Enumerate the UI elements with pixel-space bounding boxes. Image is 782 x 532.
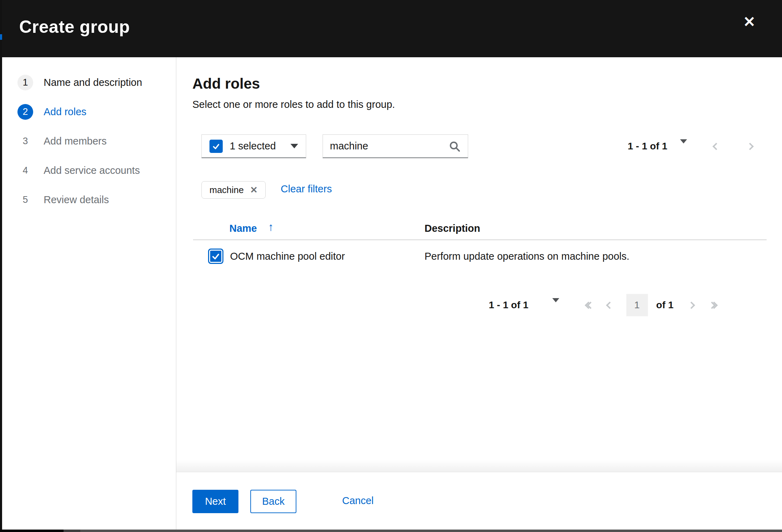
next-page-button[interactable] <box>747 144 753 149</box>
step-number-badge: 5 <box>17 192 33 208</box>
bottom-pagination: 1 - 1 of 1 of 1 <box>489 294 717 316</box>
current-page-input[interactable] <box>626 294 648 316</box>
page-count-label: of 1 <box>656 300 674 311</box>
wizard-step-add-roles[interactable]: 2 Add roles <box>2 97 176 126</box>
step-label: Add roles <box>44 106 87 118</box>
table-header-name[interactable]: Name <box>229 223 257 234</box>
role-name-cell: OCM machine pool editor <box>230 251 345 262</box>
page-subtitle: Select one or more roles to add to this … <box>192 99 395 110</box>
pagination-range-label: 1 - 1 of 1 <box>489 300 529 311</box>
check-icon <box>212 142 220 150</box>
caret-down-icon <box>290 144 298 148</box>
wizard-step-add-members[interactable]: 3 Add members <box>2 126 176 156</box>
table-header-description: Description <box>425 223 480 234</box>
caret-down-icon <box>680 139 687 149</box>
double-chevron-left-icon <box>586 303 593 308</box>
chevron-right-icon <box>746 142 753 150</box>
filter-chip: machine ✕ <box>201 181 266 199</box>
page-title: Add roles <box>192 75 260 92</box>
modal-header: Create group ✕ <box>2 0 782 57</box>
step-label: Add members <box>44 135 107 147</box>
top-pagination: 1 - 1 of 1 <box>628 134 753 158</box>
roles-search-field <box>323 134 468 158</box>
double-chevron-right-icon <box>709 303 717 308</box>
step-label: Add service accounts <box>44 165 140 176</box>
previous-page-button[interactable] <box>714 144 719 149</box>
step-number-badge: 4 <box>17 163 33 178</box>
sort-ascending-icon[interactable]: ↑ <box>268 221 274 234</box>
search-icon <box>448 140 461 153</box>
bottom-edge-strip <box>0 530 782 532</box>
step-label: Review details <box>44 194 109 206</box>
wizard-step-review-details[interactable]: 5 Review details <box>2 185 176 214</box>
wizard-step-add-service-accounts[interactable]: 4 Add service accounts <box>2 156 176 185</box>
back-button[interactable]: Back <box>250 490 296 513</box>
clear-filters-link[interactable]: Clear filters <box>281 183 332 195</box>
role-description-cell: Perform update operations on machine poo… <box>425 251 629 262</box>
bulk-select-dropdown[interactable]: 1 selected <box>201 134 306 158</box>
chevron-left-icon <box>712 142 720 150</box>
chevron-left-icon <box>606 301 613 309</box>
step-label: Name and description <box>44 77 142 88</box>
previous-page-button[interactable] <box>607 303 612 308</box>
next-page-button[interactable] <box>689 303 694 308</box>
next-button[interactable]: Next <box>192 490 238 513</box>
step-number-badge: 3 <box>17 133 33 149</box>
check-icon <box>211 252 220 261</box>
step-number-badge: 2 <box>17 104 33 120</box>
wizard-step-name-and-description[interactable]: 1 Name and description <box>2 68 176 97</box>
first-page-button[interactable] <box>586 303 593 308</box>
chip-remove-icon[interactable]: ✕ <box>250 185 258 194</box>
pagination-range-label: 1 - 1 of 1 <box>628 141 667 152</box>
row-checkbox[interactable] <box>208 249 223 264</box>
footer-divider <box>176 472 782 472</box>
filter-chip-label: machine <box>209 185 244 195</box>
bulk-select-label: 1 selected <box>230 140 276 152</box>
caret-down-icon <box>552 298 559 308</box>
bulk-select-checkbox[interactable] <box>209 140 223 153</box>
footer-shadow <box>176 460 782 472</box>
roles-search-input[interactable] <box>330 140 448 152</box>
chevron-right-icon <box>688 301 695 309</box>
table-header-divider <box>193 239 767 240</box>
step-number-badge: 1 <box>17 75 33 90</box>
close-icon[interactable]: ✕ <box>743 15 755 29</box>
modal-title: Create group <box>19 17 130 37</box>
cancel-button[interactable]: Cancel <box>342 495 374 507</box>
last-page-button[interactable] <box>709 303 717 308</box>
wizard-nav: 1 Name and description 2 Add roles 3 Add… <box>2 57 176 530</box>
